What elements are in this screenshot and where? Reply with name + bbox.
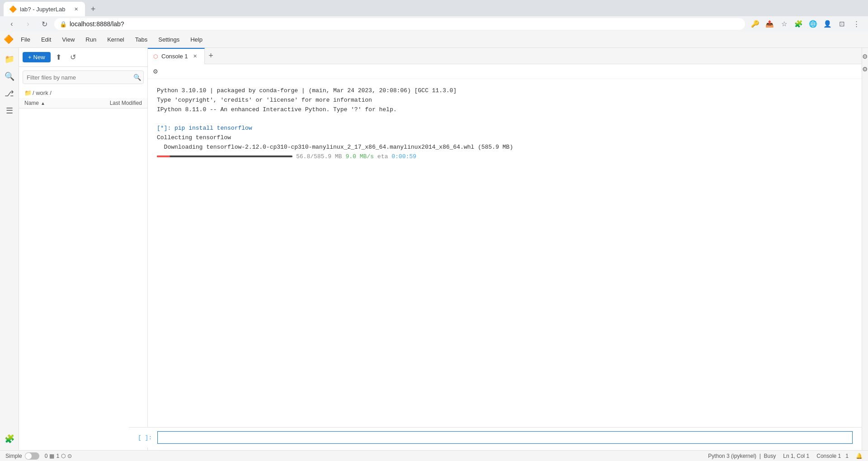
- refresh-button[interactable]: ↺: [67, 51, 80, 64]
- right-panel-icon-1[interactable]: ⚙: [860, 52, 868, 61]
- console-1-tab[interactable]: ⬡ Console 1 ✕: [148, 48, 205, 64]
- app: 🔶 File Edit View Run Kernel Tabs Setting…: [0, 32, 868, 461]
- new-button[interactable]: + New: [23, 52, 51, 62]
- status-bar: Simple 0 ▦ 1 ⬡ ⊙ Python 3 (ipykernel) | …: [0, 450, 868, 461]
- star-icon[interactable]: ☆: [778, 18, 790, 30]
- console-area: ⬡ Console 1 ✕ + ⚙ Python 3.10.10 | packa…: [148, 48, 862, 450]
- ipython-line: IPython 8.11.0 -- An enhanced Interactiv…: [157, 105, 853, 115]
- app-logo: 🔶: [4, 34, 14, 45]
- status-left: Simple 0 ▦ 1 ⬡ ⊙: [5, 452, 72, 460]
- new-tab-button[interactable]: +: [87, 3, 99, 15]
- name-column-header[interactable]: Name ▲: [24, 100, 88, 106]
- search-input[interactable]: [23, 71, 131, 84]
- console-tab-icon: ⬡: [153, 53, 158, 60]
- activity-puzzle-icon[interactable]: 🧩: [2, 431, 17, 447]
- modified-column-header[interactable]: Last Modified: [88, 100, 142, 106]
- status-right: Python 3 (ipykernel) | Busy Ln 1, Col 1 …: [708, 453, 863, 459]
- progress-bar-container: [157, 155, 292, 157]
- extensions-icon[interactable]: 🧩: [792, 18, 805, 30]
- breadcrumb: 📁 / work /: [19, 88, 147, 98]
- console-tab-close-icon[interactable]: ✕: [192, 53, 199, 60]
- lock-icon: 🔒: [60, 21, 67, 28]
- progress-bg: [157, 155, 292, 157]
- menu-run[interactable]: Run: [81, 34, 101, 45]
- output-area: Python 3.10.10 | packaged by conda-forge…: [148, 79, 862, 169]
- cell-mode-icon: ▦: [49, 453, 54, 459]
- progress-fill: [157, 155, 170, 157]
- console-content: ⚙ Python 3.10.10 | packaged by conda-for…: [148, 64, 862, 450]
- cursor-position-text: Ln 1, Col 1: [783, 453, 809, 459]
- menu-icon[interactable]: ⋮: [850, 18, 863, 30]
- simple-mode-toggle[interactable]: Simple: [5, 452, 39, 460]
- browser-toolbar: ‹ › ↻ 🔒 localhost:8888/lab? 🔑 📤 ☆ 🧩 🌐 👤 …: [0, 16, 868, 32]
- prompt-line: [*]: pip install tensorflow: [157, 124, 853, 133]
- search-icon-btn[interactable]: 🔍: [131, 71, 143, 84]
- gear-icon[interactable]: ⚙: [153, 67, 158, 76]
- kernel-icon: ⬡: [61, 453, 66, 459]
- menu-view[interactable]: View: [57, 34, 79, 45]
- name-label: Name: [24, 100, 39, 106]
- new-button-label: New: [33, 54, 45, 61]
- settings-circle-icon: ⊙: [67, 453, 72, 459]
- progress-speed-text: 9.0 MB/s: [345, 153, 373, 160]
- cell-input-field[interactable]: [157, 431, 853, 444]
- active-browser-tab[interactable]: 🔶 lab? - JupyterLab ✕: [4, 2, 85, 16]
- cell-prompt-label: [ ]:: [148, 434, 152, 441]
- back-button[interactable]: ‹: [5, 18, 18, 30]
- forward-button[interactable]: ›: [22, 18, 34, 30]
- right-panel-icon-2[interactable]: ⚙: [860, 64, 868, 74]
- toggle-thumb: [25, 453, 32, 459]
- activity-git-icon[interactable]: ⎇: [2, 86, 17, 101]
- progress-row: 56.8/585.9 MB 9.0 MB/s eta 0:00:59: [157, 153, 853, 162]
- kernel-count-text: 1: [56, 453, 59, 459]
- activity-folder-icon[interactable]: 📁: [2, 52, 17, 67]
- profile-icon[interactable]: 👤: [821, 18, 834, 30]
- progress-downloaded-text: 56.8/585.9 MB: [296, 153, 342, 160]
- file-panel: + New ⬆ ↺ 🔍 📁 / work / Name ▲ Last Modi: [19, 48, 148, 450]
- progress-eta-label-text: eta: [377, 153, 388, 160]
- sort-arrow-icon: ▲: [41, 101, 45, 106]
- notification-icon[interactable]: 🔔: [856, 453, 863, 459]
- app-body: 📁 🔍 ⎇ ☰ 🧩 + New ⬆ ↺ 🔍 📁: [0, 48, 868, 450]
- bookmark-icon[interactable]: 📤: [763, 18, 776, 30]
- console-toolbar: ⚙: [148, 64, 862, 79]
- cell-mode-indicator[interactable]: 0 ▦ 1 ⬡ ⊙: [45, 453, 72, 459]
- file-list-header: Name ▲ Last Modified: [19, 98, 147, 108]
- tab-title: lab? - JupyterLab: [20, 6, 69, 13]
- input-cell: [ ]:: [148, 427, 862, 447]
- menu-tabs[interactable]: Tabs: [131, 34, 152, 45]
- sidebar-toggle-icon[interactable]: ⊡: [835, 18, 848, 30]
- key-icon[interactable]: 🔑: [749, 18, 761, 30]
- address-url: localhost:8888/lab?: [70, 20, 740, 28]
- simple-mode-label: Simple: [5, 453, 22, 459]
- address-bar[interactable]: 🔒 localhost:8888/lab?: [54, 18, 745, 30]
- console-tab-title: Console 1: [161, 53, 188, 60]
- app-menubar: 🔶 File Edit View Run Kernel Tabs Setting…: [0, 32, 868, 48]
- upload-button[interactable]: ⬆: [52, 51, 65, 64]
- menu-edit[interactable]: Edit: [37, 34, 56, 45]
- collecting-line: Collecting tensorflow: [157, 133, 853, 143]
- blank-line: [157, 114, 853, 124]
- progress-eta-text: 0:00:59: [392, 153, 416, 160]
- tab-close-icon[interactable]: ✕: [72, 5, 80, 13]
- activity-bar: 📁 🔍 ⎇ ☰ 🧩: [0, 48, 19, 450]
- menu-file[interactable]: File: [16, 34, 35, 45]
- add-console-tab-button[interactable]: +: [205, 50, 217, 62]
- tab-favicon: 🔶: [9, 5, 16, 13]
- breadcrumb-path: / work /: [33, 89, 52, 96]
- copyright-line: Type 'copyright', 'credits' or 'license'…: [157, 96, 853, 105]
- activity-search-icon[interactable]: 🔍: [2, 69, 17, 84]
- console-tabs-bar: ⬡ Console 1 ✕ +: [148, 48, 862, 64]
- browser-chrome: 🔶 lab? - JupyterLab ✕ + ‹ › ↻ 🔒 localhos…: [0, 0, 868, 32]
- python-info-line: Python 3.10.10 | packaged by conda-forge…: [157, 86, 853, 96]
- menu-help[interactable]: Help: [186, 34, 207, 45]
- kernel-info-text: Python 3 (ipykernel) | Busy: [708, 453, 776, 459]
- menu-kernel[interactable]: Kernel: [103, 34, 129, 45]
- toggle-track[interactable]: [25, 452, 39, 460]
- reload-button[interactable]: ↻: [38, 18, 51, 30]
- menu-settings[interactable]: Settings: [154, 34, 184, 45]
- activity-list-icon[interactable]: ☰: [2, 103, 17, 118]
- google-icon[interactable]: 🌐: [807, 18, 819, 30]
- plus-icon: +: [28, 54, 32, 61]
- cell-count-text: 0: [45, 453, 48, 459]
